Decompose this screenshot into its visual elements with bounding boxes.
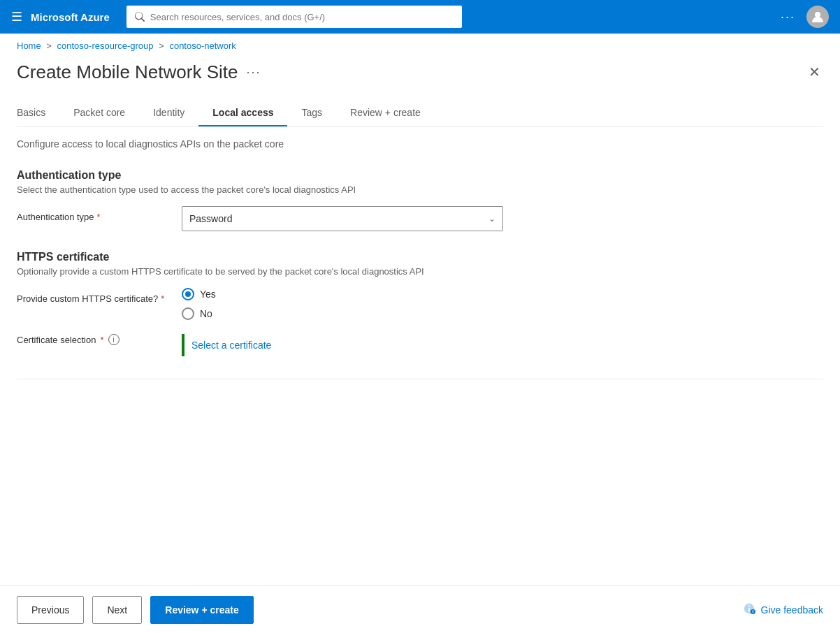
- more-options[interactable]: ···: [781, 10, 795, 24]
- https-radio-group: Yes No: [182, 288, 503, 320]
- auth-type-select[interactable]: Password ⌄: [182, 206, 503, 231]
- search-bar[interactable]: [126, 6, 462, 28]
- cert-bar: [182, 334, 184, 356]
- https-yes-radio[interactable]: [182, 288, 194, 300]
- breadcrumb-home[interactable]: Home: [17, 41, 41, 51]
- cert-required: *: [100, 335, 103, 345]
- https-no-label: No: [200, 308, 212, 319]
- tab-packet-core[interactable]: Packet core: [59, 100, 139, 126]
- https-no-radio[interactable]: [182, 307, 194, 320]
- tab-basics[interactable]: Basics: [17, 100, 59, 126]
- auth-type-value: Password: [189, 213, 232, 224]
- https-no-option[interactable]: No: [182, 307, 503, 320]
- https-section-sub: Optionally provide a custom HTTPS certif…: [17, 266, 823, 277]
- select-certificate-link[interactable]: Select a certificate: [191, 340, 271, 351]
- auth-type-control: Password ⌄: [182, 206, 503, 231]
- auth-section-title: Authentication type: [17, 169, 823, 182]
- page-header: Create Mobile Network Site ··· ✕: [0, 55, 840, 83]
- auth-required: *: [97, 212, 101, 222]
- https-section-title: HTTPS certificate: [17, 251, 823, 263]
- cert-selection-row: Certificate selection * i Select a certi…: [17, 334, 823, 356]
- auth-type-row: Authentication type * Password ⌄: [17, 206, 823, 231]
- close-button[interactable]: ✕: [806, 61, 823, 83]
- https-radio-label: Provide custom HTTPS certificate? *: [17, 288, 171, 304]
- page-title: Create Mobile Network Site: [17, 61, 238, 83]
- svg-point-0: [815, 12, 820, 17]
- breadcrumb-resource-group[interactable]: contoso-resource-group: [57, 41, 154, 51]
- https-radio-row: Provide custom HTTPS certificate? * Yes …: [17, 288, 823, 320]
- top-navigation: ☰ Microsoft Azure ···: [0, 0, 840, 34]
- https-radio-control: Yes No: [182, 288, 503, 320]
- main-content: Basics Packet core Identity Local access…: [0, 100, 840, 379]
- divider: [17, 379, 823, 379]
- avatar[interactable]: [806, 6, 829, 28]
- tab-local-access[interactable]: Local access: [198, 100, 287, 126]
- brand-name: Microsoft Azure: [31, 11, 110, 23]
- auth-section-sub: Select the authentication type used to a…: [17, 184, 823, 195]
- info-icon[interactable]: i: [108, 334, 120, 345]
- nav-right: ···: [781, 6, 829, 28]
- tab-tags[interactable]: Tags: [287, 100, 336, 126]
- search-input[interactable]: [150, 12, 454, 22]
- https-yes-label: Yes: [200, 289, 216, 300]
- tab-bar: Basics Packet core Identity Local access…: [17, 100, 823, 127]
- page-options[interactable]: ···: [246, 65, 261, 80]
- user-icon: [811, 10, 825, 24]
- tab-description: Configure access to local diagnostics AP…: [17, 138, 823, 150]
- tab-identity[interactable]: Identity: [139, 100, 198, 126]
- tab-review-create[interactable]: Review + create: [336, 100, 435, 126]
- https-required: *: [161, 293, 164, 304]
- breadcrumb-network[interactable]: contoso-network: [169, 41, 236, 51]
- https-yes-option[interactable]: Yes: [182, 288, 503, 300]
- breadcrumb: Home > contoso-resource-group > contoso-…: [0, 34, 840, 55]
- hamburger-menu[interactable]: ☰: [11, 9, 22, 24]
- cert-label: Certificate selection * i: [17, 334, 171, 345]
- chevron-down-icon: ⌄: [488, 214, 495, 224]
- search-icon: [135, 12, 145, 22]
- cert-value: Select a certificate: [182, 334, 271, 356]
- auth-type-label: Authentication type *: [17, 206, 171, 222]
